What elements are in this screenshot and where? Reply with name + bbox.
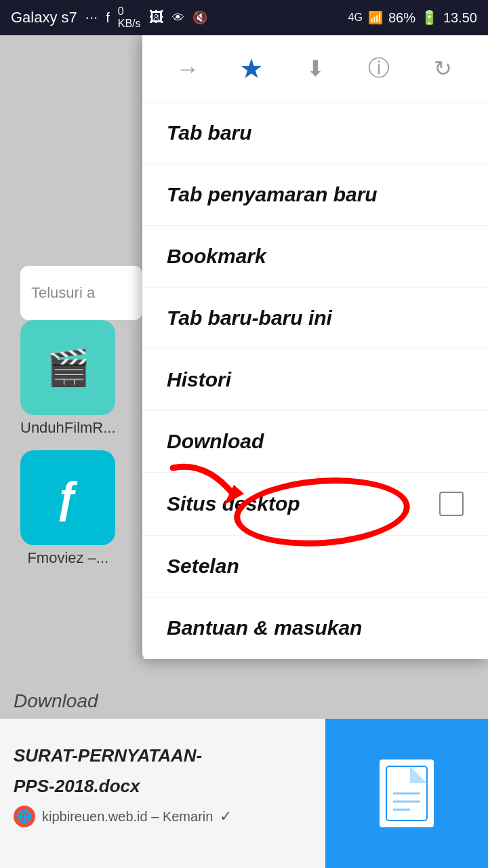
file-title-2: PPS-2018.docx bbox=[14, 776, 140, 797]
fmoviez-label: Fmoviez –... bbox=[20, 549, 116, 567]
menu-item-download[interactable]: Download bbox=[142, 411, 488, 473]
info-button[interactable]: ⓘ bbox=[362, 52, 396, 85]
device-name: Galaxy s7 bbox=[11, 9, 77, 26]
source-globe-icon: 🌐 bbox=[14, 806, 35, 827]
tab-penyamaran-label: Tab penyamaran baru bbox=[167, 183, 378, 206]
file-title-1: SURAT-PERNYATAAN- bbox=[14, 745, 202, 766]
menu-item-bantuan[interactable]: Bantuan & masukan bbox=[142, 597, 488, 659]
menu-item-tab-penyamaran[interactable]: Tab penyamaran baru bbox=[142, 164, 488, 226]
download-label: Download bbox=[167, 430, 264, 453]
forward-icon: → bbox=[176, 56, 199, 82]
file-source: 🌐 kipbireuen.web.id – Kemarin ✓ bbox=[14, 806, 232, 827]
facebook-icon: f bbox=[106, 10, 110, 26]
situs-desktop-checkbox[interactable] bbox=[439, 492, 464, 516]
more-icon: ··· bbox=[85, 9, 98, 26]
search-bar[interactable]: Telusuri a bbox=[20, 266, 142, 320]
clock: 13.50 bbox=[443, 10, 477, 26]
tab-baru-label: Tab baru bbox=[167, 121, 252, 144]
download-button[interactable]: ⬇ bbox=[298, 52, 332, 85]
file-document-icon bbox=[380, 760, 434, 827]
status-bar: Galaxy s7 ··· f 0KB/s 🖼 👁 🔇 4G 📶 86% 🔋 1… bbox=[0, 0, 488, 35]
bookmark-label: Bookmark bbox=[167, 245, 266, 268]
file-fab[interactable] bbox=[325, 719, 488, 868]
signal-bars: 📶 bbox=[368, 10, 383, 25]
menu-toolbar: → ★ ⬇ ⓘ ↻ bbox=[142, 35, 488, 102]
bookmark-icon: ★ bbox=[239, 53, 264, 84]
unduh-film-label: UnduhFilmR... bbox=[20, 419, 116, 437]
status-bar-left: Galaxy s7 ··· f 0KB/s 🖼 👁 🔇 bbox=[11, 5, 207, 30]
tab-baru-baru-label: Tab baru-baru ini bbox=[167, 307, 332, 330]
setelan-label: Setelan bbox=[167, 555, 239, 578]
network-type: 4G bbox=[348, 12, 363, 24]
menu-item-situs-desktop[interactable]: Situs desktop bbox=[142, 473, 488, 536]
unduh-film-icon[interactable]: 🎬 bbox=[20, 320, 115, 415]
dropdown-menu: → ★ ⬇ ⓘ ↻ Tab baru Tab penyamaran baru B… bbox=[142, 35, 488, 659]
status-bar-right: 4G 📶 86% 🔋 13.50 bbox=[348, 9, 477, 26]
data-usage: 0KB/s bbox=[118, 5, 141, 30]
eye-icon: 👁 bbox=[172, 11, 184, 25]
info-icon: ⓘ bbox=[368, 54, 390, 83]
histori-label: Histori bbox=[167, 368, 231, 391]
menu-item-bookmark[interactable]: Bookmark bbox=[142, 226, 488, 288]
menu-item-setelan[interactable]: Setelan bbox=[142, 536, 488, 597]
app-icon-area: 🎬 UnduhFilmR... ƒ Fmoviez –... bbox=[20, 320, 116, 567]
situs-desktop-label: Situs desktop bbox=[167, 492, 300, 515]
bantuan-label: Bantuan & masukan bbox=[167, 616, 362, 639]
mute-icon: 🔇 bbox=[192, 10, 207, 25]
download-section-label: Download bbox=[14, 690, 98, 712]
forward-button[interactable]: → bbox=[171, 52, 205, 85]
menu-item-tab-baru-baru[interactable]: Tab baru-baru ini bbox=[142, 288, 488, 349]
download-toolbar-icon: ⬇ bbox=[306, 56, 325, 81]
bookmark-button[interactable]: ★ bbox=[235, 52, 268, 85]
battery-percent: 86% bbox=[388, 10, 415, 26]
menu-item-tab-baru[interactable]: Tab baru bbox=[142, 102, 488, 164]
search-bar-text: Telusuri a bbox=[31, 284, 95, 302]
battery-icon: 🔋 bbox=[421, 9, 438, 26]
refresh-button[interactable]: ↻ bbox=[426, 52, 460, 85]
bottom-section: SURAT-PERNYATAAN- PPS-2018.docx 🌐 kipbir… bbox=[0, 719, 488, 868]
source-text: kipbireuen.web.id – Kemarin bbox=[42, 809, 213, 825]
refresh-icon: ↻ bbox=[434, 56, 452, 81]
screenshot-icon: 🖼 bbox=[149, 9, 164, 26]
check-icon: ✓ bbox=[220, 808, 232, 825]
menu-item-histori[interactable]: Histori bbox=[142, 349, 488, 411]
fmoviez-icon[interactable]: ƒ bbox=[20, 450, 115, 545]
